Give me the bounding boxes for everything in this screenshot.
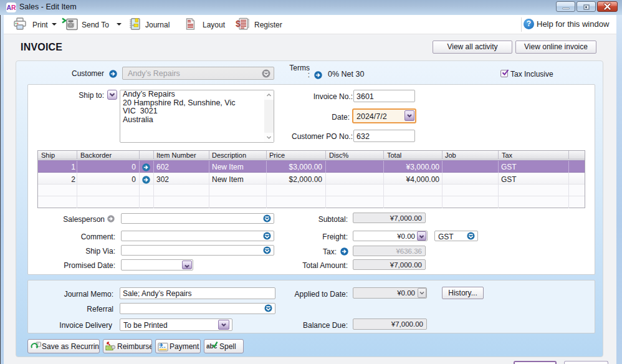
svg-text:$: $ bbox=[236, 19, 241, 29]
